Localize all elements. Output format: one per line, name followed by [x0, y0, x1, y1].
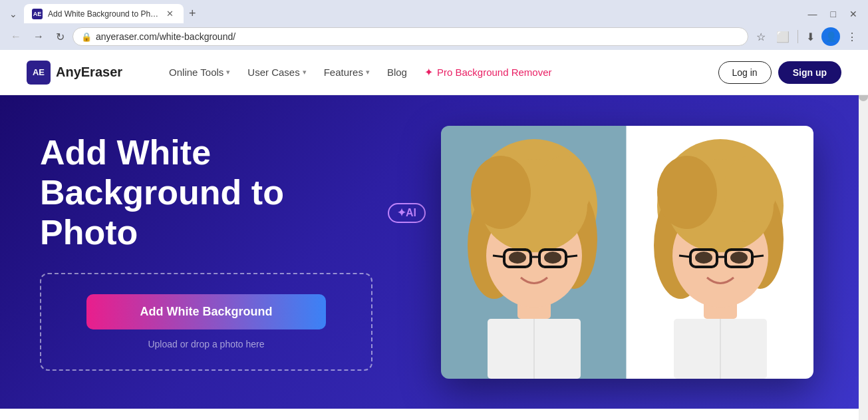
- nav-user-cases-chevron: ▾: [303, 68, 307, 77]
- scrollbar[interactable]: [859, 61, 868, 420]
- site-navbar: AE AnyEraser Online Tools ▾ User Cases ▾…: [0, 50, 868, 95]
- brand-name: AnyEraser: [56, 65, 122, 80]
- page-content: AE AnyEraser Online Tools ▾ User Cases ▾…: [0, 50, 868, 409]
- after-image: [627, 126, 813, 379]
- refresh-button[interactable]: ↻: [52, 28, 69, 46]
- hero-left: Add White Background to Photo ✦AI Add Wh…: [40, 133, 426, 370]
- woman-svg-before: [441, 126, 627, 379]
- address-bar[interactable]: 🔒: [72, 27, 748, 46]
- nav-links: Online Tools ▾ User Cases ▾ Features ▾ B…: [162, 62, 711, 83]
- svg-point-6: [471, 156, 531, 229]
- browser-toolbar: ← → ↻ 🔒 ☆ ⬜ ⬇ 👤 ⋮: [0, 23, 868, 50]
- woman-svg-after: [627, 126, 813, 379]
- svg-line-12: [566, 256, 577, 257]
- lock-icon: 🔒: [81, 32, 92, 42]
- pro-icon: ✦: [424, 66, 433, 79]
- ai-badge: ✦AI: [388, 203, 426, 223]
- hero-title-line1: Add White: [40, 133, 426, 173]
- hero-section: Add White Background to Photo ✦AI Add Wh…: [0, 95, 868, 409]
- hero-right: [426, 126, 828, 379]
- site-logo[interactable]: AE AnyEraser: [27, 61, 122, 85]
- nav-features[interactable]: Features ▾: [317, 63, 376, 82]
- login-button[interactable]: Log in: [718, 61, 772, 84]
- hero-title: Add White Background to Photo ✦AI: [40, 133, 426, 252]
- svg-point-14: [544, 252, 561, 264]
- nav-features-label: Features: [324, 67, 363, 78]
- active-tab[interactable]: AE Add White Background to Pho… ✕: [24, 4, 184, 23]
- svg-line-11: [493, 256, 504, 257]
- toolbar-divider: [797, 30, 798, 43]
- hero-title-line2: Background to Photo ✦AI: [40, 173, 426, 253]
- nav-pro-label: Pro Background Remover: [437, 67, 552, 78]
- svg-line-28: [679, 256, 690, 257]
- upload-hint: Upload or drop a photo here: [148, 339, 264, 349]
- browser-title-bar: ⌄ AE Add White Background to Pho… ✕ + — …: [0, 0, 868, 23]
- svg-line-29: [752, 256, 764, 257]
- nav-user-cases[interactable]: User Cases ▾: [241, 63, 313, 82]
- nav-online-tools[interactable]: Online Tools ▾: [162, 63, 237, 82]
- user-avatar[interactable]: 👤: [821, 27, 840, 46]
- extensions-button[interactable]: ⬜: [772, 28, 794, 46]
- browser-chrome: ⌄ AE Add White Background to Pho… ✕ + — …: [0, 0, 868, 50]
- tab-favicon: AE: [32, 9, 43, 19]
- svg-point-24: [724, 156, 777, 222]
- svg-point-23: [657, 156, 717, 229]
- tab-close-button[interactable]: ✕: [164, 8, 176, 19]
- nav-pro-remover[interactable]: ✦ Pro Background Remover: [418, 62, 559, 83]
- nav-online-tools-label: Online Tools: [169, 67, 223, 78]
- signup-button[interactable]: Sign up: [778, 61, 841, 84]
- nav-features-chevron: ▾: [366, 68, 370, 77]
- address-input[interactable]: [96, 31, 740, 42]
- svg-point-30: [695, 252, 712, 264]
- menu-button[interactable]: ⋮: [843, 28, 861, 46]
- before-image: [441, 126, 627, 379]
- forward-button[interactable]: →: [29, 28, 48, 45]
- maximize-button[interactable]: □: [825, 6, 841, 22]
- tab-bar: AE Add White Background to Pho… ✕ +: [24, 4, 800, 23]
- before-after-image: [441, 126, 813, 379]
- upload-button[interactable]: Add White Background: [86, 294, 326, 329]
- tab-prev-button[interactable]: ⌄: [5, 6, 21, 22]
- upload-area[interactable]: Add White Background Upload or drop a ph…: [40, 273, 372, 371]
- minimize-button[interactable]: —: [803, 6, 823, 22]
- download-button[interactable]: ⬇: [802, 28, 819, 46]
- window-controls: — □ ✕: [803, 6, 863, 22]
- logo-icon: AE: [27, 61, 51, 85]
- bookmark-button[interactable]: ☆: [752, 28, 770, 46]
- svg-point-7: [537, 156, 591, 222]
- tab-title: Add White Background to Pho…: [48, 9, 159, 19]
- nav-blog[interactable]: Blog: [380, 63, 414, 82]
- new-tab-button[interactable]: +: [184, 4, 202, 23]
- close-window-button[interactable]: ✕: [844, 6, 863, 22]
- nav-user-cases-label: User Cases: [247, 67, 299, 78]
- back-button[interactable]: ←: [7, 28, 25, 45]
- svg-point-31: [730, 252, 748, 264]
- before-after-divider: [626, 126, 628, 379]
- nav-auth: Log in Sign up: [718, 61, 841, 84]
- toolbar-right: ☆ ⬜ ⬇ 👤 ⋮: [752, 27, 861, 46]
- nav-online-tools-chevron: ▾: [226, 68, 230, 77]
- svg-point-13: [509, 252, 526, 264]
- hero-title-text2: Background to Photo: [40, 173, 378, 253]
